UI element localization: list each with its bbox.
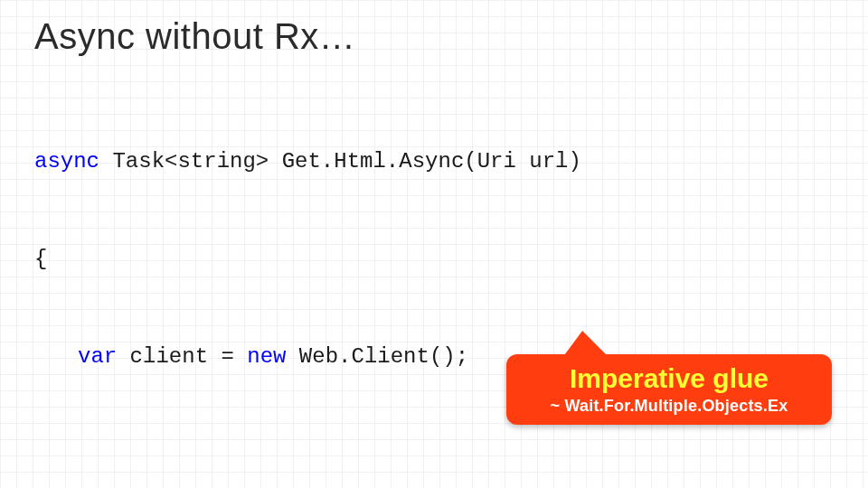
code-line-2: { bbox=[34, 243, 834, 276]
code-text: Task<string> Get.Html.Async(Uri url) bbox=[99, 149, 581, 174]
code-text: client = bbox=[117, 344, 247, 369]
slide-title: Async without Rx… bbox=[34, 16, 834, 57]
callout-headline: Imperative glue bbox=[523, 363, 816, 395]
code-text: Web.Client(); bbox=[286, 344, 468, 369]
slide: Async without Rx… async Task<string> Get… bbox=[0, 0, 868, 488]
keyword-async: async bbox=[34, 149, 99, 174]
keyword-new: new bbox=[247, 344, 286, 369]
blank-line bbox=[34, 438, 834, 455]
code-line-1: async Task<string> Get.Html.Async(Uri ur… bbox=[34, 145, 834, 178]
callout-container: Imperative glue ~ Wait.For.Multiple.Obje… bbox=[506, 354, 832, 425]
callout-subline: ~ Wait.For.Multiple.Objects.Ex bbox=[523, 397, 816, 416]
code-block: async Task<string> Get.Html.Async(Uri ur… bbox=[34, 80, 834, 488]
keyword-var: var bbox=[78, 344, 117, 369]
callout-bubble: Imperative glue ~ Wait.For.Multiple.Obje… bbox=[506, 354, 832, 425]
